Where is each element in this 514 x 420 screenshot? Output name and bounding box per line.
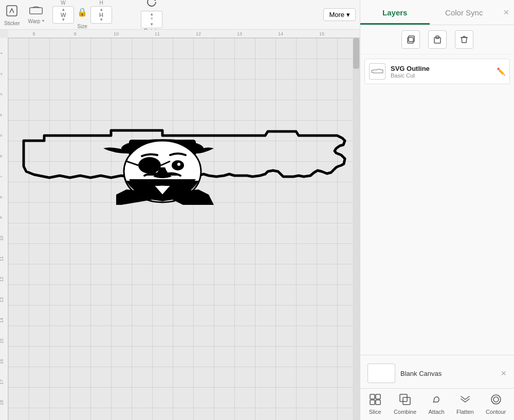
tab-layers[interactable]: Layers — [360, 0, 430, 25]
size-label: Size — [77, 24, 87, 29]
more-arrow: ▾ — [346, 11, 350, 18]
vertical-scrollbar[interactable] — [353, 38, 360, 420]
delete-button[interactable] — [455, 30, 473, 49]
svg-rect-0 — [7, 6, 17, 16]
ruler-top: 8 9 10 11 12 13 14 15 — [8, 30, 360, 38]
height-down-arrow[interactable]: ▼ — [99, 18, 103, 22]
svg-point-23 — [491, 395, 501, 404]
flatten-label: Flatten — [456, 409, 474, 415]
svg-rect-18 — [376, 394, 380, 399]
layer-item-svg-outline[interactable]: SVG Outline Basic Cut ✏️ — [364, 59, 510, 84]
rotate-icon — [145, 0, 158, 11]
height-up-arrow[interactable]: ▲ — [99, 8, 103, 12]
right-panel: Layers Color Sync ✕ SVG Outline Basic Cu… — [360, 0, 514, 420]
ruler-mark-13: 13 — [237, 31, 242, 36]
slice-label: Slice — [369, 409, 381, 415]
layer-thumbnail — [369, 63, 386, 80]
blank-canvas-close-icon[interactable]: ✕ — [501, 369, 507, 377]
more-button[interactable]: More ▾ — [323, 8, 356, 21]
width-up-arrow[interactable]: ▲ — [61, 8, 65, 12]
ruler-mark-10: 10 — [114, 31, 119, 36]
design-svg — [19, 110, 353, 213]
svg-point-10 — [177, 163, 180, 166]
layer-edit-icon: ✏️ — [497, 67, 505, 75]
top-toolbar: Sticker Warp ▾ W ▲ W ▼ 🔒 H — [0, 0, 360, 30]
svg-rect-19 — [370, 400, 375, 405]
ruler-mark-15: 15 — [319, 31, 324, 36]
svg-marker-2 — [153, 0, 156, 1]
ruler-mark-8: 8 — [32, 31, 35, 36]
warp-dropdown-arrow[interactable]: ▾ — [42, 19, 44, 23]
svg-rect-21 — [400, 394, 407, 402]
ruler-mark-9: 9 — [74, 31, 76, 36]
height-stepper[interactable]: ▲ H ▼ — [90, 6, 112, 24]
layer-info: SVG Outline Basic Cut — [391, 65, 491, 79]
paste-button[interactable] — [428, 30, 447, 49]
design-element[interactable] — [19, 110, 353, 213]
layers-list: SVG Outline Basic Cut ✏️ — [360, 54, 514, 355]
svg-point-6 — [138, 157, 161, 174]
scrollbar-thumb[interactable] — [353, 38, 359, 69]
sticker-icon — [5, 4, 19, 21]
svg-rect-20 — [376, 400, 380, 405]
layer-name: SVG Outline — [391, 65, 491, 72]
combine-icon — [398, 393, 412, 407]
grid-canvas[interactable] — [8, 38, 360, 420]
warp-tool[interactable]: Warp ▾ — [28, 6, 45, 24]
ruler-mark-12: 12 — [196, 31, 201, 36]
slice-icon — [369, 393, 382, 407]
attach-button[interactable]: Attach — [429, 393, 445, 415]
rotate-tool[interactable]: ▲ ° ▼ Rotate — [141, 0, 162, 34]
canvas-area: 8 9 10 11 12 13 14 15 1 2 3 4 5 6 7 8 9 … — [0, 30, 360, 420]
rotate-stepper[interactable]: ▲ ° ▼ — [141, 11, 162, 28]
width-stepper[interactable]: ▲ W ▼ — [52, 6, 74, 24]
panel-action-icons — [360, 25, 514, 54]
svg-rect-1 — [30, 7, 43, 13]
ruler-mark-11: 11 — [155, 31, 160, 36]
blank-canvas-area: Blank Canvas ✕ — [360, 355, 514, 388]
attach-label: Attach — [429, 409, 445, 415]
attach-icon — [430, 393, 443, 407]
warp-label: Warp — [28, 18, 41, 24]
flatten-icon — [458, 393, 472, 407]
sticker-label: Sticker — [4, 21, 20, 26]
width-down-arrow[interactable]: ▼ — [61, 18, 65, 22]
more-label: More — [329, 11, 344, 18]
slice-button[interactable]: Slice — [369, 393, 382, 415]
blank-canvas-thumbnail — [368, 364, 395, 383]
contour-icon — [489, 393, 503, 407]
sticker-tool[interactable]: Sticker — [4, 4, 20, 26]
contour-label: Contour — [486, 409, 506, 415]
blank-canvas-label: Blank Canvas — [400, 370, 442, 377]
size-group: W ▲ W ▼ 🔒 H ▲ H ▼ Size — [52, 0, 112, 29]
contour-button[interactable]: Contour — [486, 393, 506, 415]
tab-bar: Layers Color Sync ✕ — [360, 0, 514, 25]
layer-type: Basic Cut — [391, 72, 491, 79]
bottom-toolbar: Slice Combine Attach Flatten Contour — [360, 388, 514, 420]
ruler-left: 1 2 3 4 5 6 7 8 9 10 11 12 13 14 15 16 1… — [0, 38, 8, 420]
tab-color-sync[interactable]: Color Sync — [430, 0, 499, 25]
ruler-mark-14: 14 — [278, 31, 283, 36]
svg-rect-22 — [403, 397, 410, 405]
duplicate-button[interactable] — [401, 30, 420, 49]
svg-point-24 — [493, 397, 499, 402]
warp-icon — [29, 6, 43, 18]
blank-canvas-item[interactable]: Blank Canvas ✕ — [364, 360, 510, 386]
combine-button[interactable]: Combine — [394, 393, 416, 415]
svg-rect-17 — [370, 394, 375, 399]
lock-icon[interactable]: 🔒 — [77, 7, 87, 17]
panel-close-icon[interactable]: ✕ — [503, 8, 509, 16]
combine-label: Combine — [394, 409, 416, 415]
flatten-button[interactable]: Flatten — [456, 393, 474, 415]
